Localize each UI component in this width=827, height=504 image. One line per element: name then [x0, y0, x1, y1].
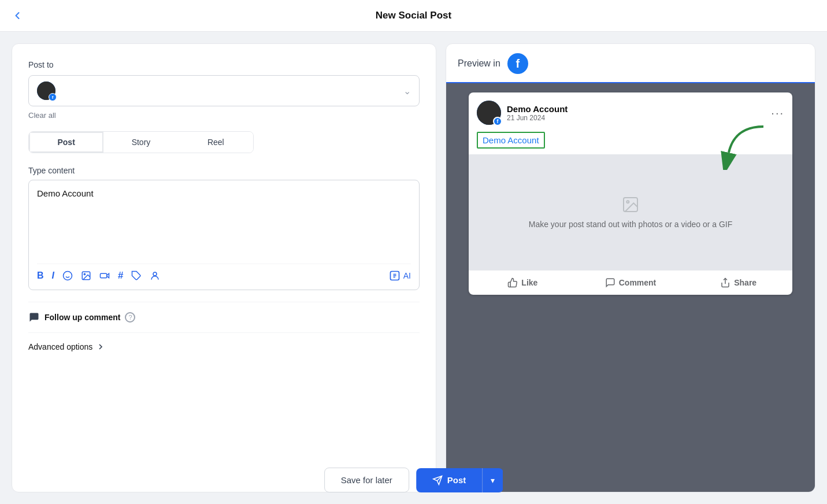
fb-more-options[interactable]: ··· [771, 106, 784, 120]
content-textarea[interactable]: Demo Account [37, 188, 411, 258]
editor-toolbar: B I # [37, 264, 411, 281]
follow-up-comment[interactable]: Follow up comment ? [28, 302, 420, 332]
image-button[interactable] [81, 270, 91, 281]
tab-reel[interactable]: Reel [179, 132, 253, 153]
chevron-down-icon: ⌄ [403, 86, 411, 97]
media-placeholder-text: Make your post stand out with photos or … [529, 220, 733, 229]
post-dropdown-button[interactable]: ▾ [482, 468, 503, 492]
svg-rect-5 [101, 273, 107, 278]
account-icon: f [37, 81, 55, 100]
fb-avatar-badge: f [493, 117, 502, 126]
label-button[interactable] [131, 270, 142, 281]
main-content: Post to f ⌄ Clear all Post Story Reel Ty… [0, 32, 827, 504]
tab-story[interactable]: Story [103, 132, 178, 153]
back-button[interactable] [12, 10, 23, 21]
preview-header: Preview in f [446, 44, 815, 83]
fb-card-info: Demo Account 21 Jun 2024 [507, 104, 765, 122]
help-icon[interactable]: ? [125, 312, 135, 323]
comment-label: Comment [619, 278, 657, 287]
svg-point-4 [84, 273, 85, 275]
italic-button[interactable]: I [52, 270, 54, 281]
content-editor-container: Demo Account B I [28, 180, 420, 290]
post-to-label: Post to [28, 60, 420, 69]
ai-button[interactable]: AI [389, 270, 411, 281]
fb-post-date: 21 Jun 2024 [507, 114, 765, 122]
post-label: Post [447, 475, 466, 485]
chevron-right-icon [96, 342, 105, 351]
top-bar: New Social Post [0, 0, 827, 32]
page-title: New Social Post [376, 10, 451, 21]
fb-comment-button[interactable]: Comment [577, 273, 685, 292]
fb-actions-bar: Like Comment Share [469, 270, 792, 295]
right-panel: Preview in f f Demo Account 21 Jun 2024 [446, 43, 815, 492]
bottom-actions: Save for later Post ▾ [324, 468, 503, 492]
svg-point-11 [626, 201, 629, 203]
fb-card-header: f Demo Account 21 Jun 2024 ··· [469, 92, 792, 129]
advanced-options[interactable]: Advanced options [28, 332, 420, 361]
post-button-group: Post ▾ [416, 468, 503, 492]
share-label: Share [734, 278, 756, 287]
share-icon [720, 277, 730, 288]
type-content-label: Type content [28, 166, 420, 175]
advanced-options-label: Advanced options [28, 342, 92, 351]
fb-like-button[interactable]: Like [469, 273, 577, 292]
hashtag-button[interactable]: # [118, 270, 123, 281]
fb-avatar: f [477, 101, 501, 125]
video-button[interactable] [99, 270, 110, 281]
post-button[interactable]: Post [416, 468, 483, 492]
post-type-tabs: Post Story Reel [28, 131, 254, 153]
follow-up-label: Follow up comment [44, 313, 120, 322]
mention-button[interactable] [150, 270, 160, 281]
clear-all-button[interactable]: Clear all [28, 111, 420, 120]
fb-share-button[interactable]: Share [684, 273, 792, 292]
preview-label: Preview in [458, 58, 500, 69]
facebook-preview-card: f Demo Account 21 Jun 2024 ··· Demo Acco… [469, 92, 792, 295]
facebook-badge: f [49, 93, 57, 101]
preview-body: f Demo Account 21 Jun 2024 ··· Demo Acco… [446, 83, 815, 492]
comment-icon-fb [605, 277, 615, 288]
media-placeholder-icon [621, 195, 640, 214]
tab-post[interactable]: Post [29, 132, 103, 153]
send-icon [432, 475, 443, 486]
svg-point-0 [64, 272, 72, 280]
save-for-later-button[interactable]: Save for later [324, 468, 409, 492]
svg-point-7 [153, 272, 157, 276]
left-panel: Post to f ⌄ Clear all Post Story Reel Ty… [12, 43, 436, 492]
fb-media-area: Make your post stand out with photos or … [469, 154, 792, 270]
like-icon [507, 277, 518, 288]
like-label: Like [521, 278, 537, 287]
fb-card-content: Demo Account [469, 129, 792, 154]
facebook-icon[interactable]: f [507, 53, 528, 74]
fb-link-text[interactable]: Demo Account [477, 132, 545, 149]
emoji-button[interactable] [62, 270, 73, 281]
comment-icon [28, 312, 40, 323]
fb-account-name: Demo Account [507, 104, 765, 114]
bold-button[interactable]: B [37, 270, 44, 281]
account-select[interactable]: f ⌄ [28, 75, 420, 106]
